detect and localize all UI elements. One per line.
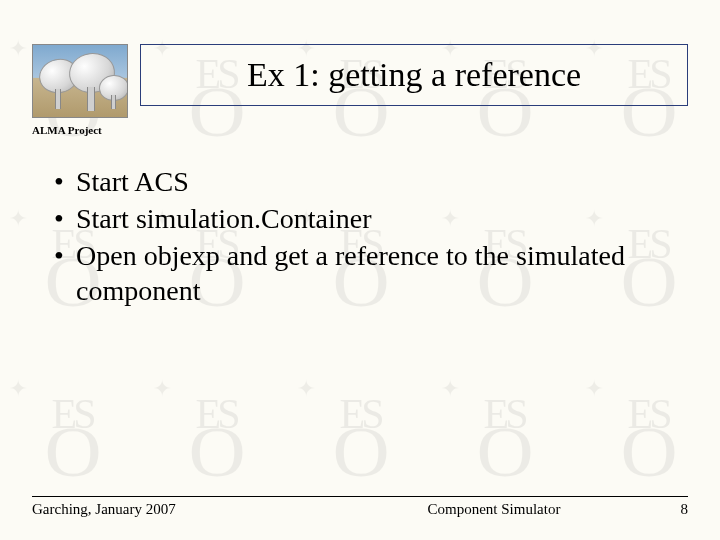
list-item: Open objexp and get a reference to the s… xyxy=(54,238,660,308)
slide-footer: Garching, January 2007 Component Simulat… xyxy=(32,496,688,518)
page-number: 8 xyxy=(648,501,688,518)
project-label: ALMA Project xyxy=(32,124,102,136)
footer-rule xyxy=(32,496,688,497)
bullet-list: Start ACS Start simulation.Container Ope… xyxy=(54,164,660,310)
list-item: Start ACS xyxy=(54,164,660,199)
list-item: Start simulation.Container xyxy=(54,201,660,236)
slide-title: Ex 1: getting a reference xyxy=(247,56,581,94)
footer-center: Component Simulator xyxy=(340,501,648,518)
alma-logo-image xyxy=(32,44,128,118)
footer-location-date: Garching, January 2007 xyxy=(32,501,340,518)
slide-header: Ex 1: getting a reference xyxy=(32,44,688,134)
slide-title-box: Ex 1: getting a reference xyxy=(140,44,688,106)
